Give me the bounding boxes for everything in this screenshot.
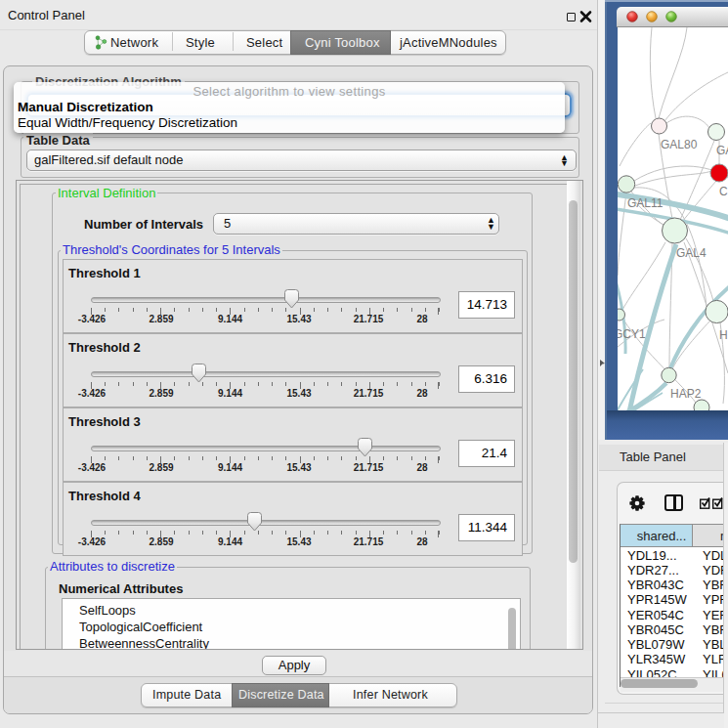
svg-text:HAP2: HAP2 xyxy=(670,387,702,401)
svg-text:GAL4: GAL4 xyxy=(676,246,707,260)
svg-text:C: C xyxy=(719,185,728,198)
svg-text:GAL80: GAL80 xyxy=(661,138,698,151)
svg-text:GA: GA xyxy=(716,144,728,157)
svg-text:GAL11: GAL11 xyxy=(627,196,664,210)
svg-text:GCY1: GCY1 xyxy=(618,327,646,341)
svg-text:H: H xyxy=(719,328,728,342)
